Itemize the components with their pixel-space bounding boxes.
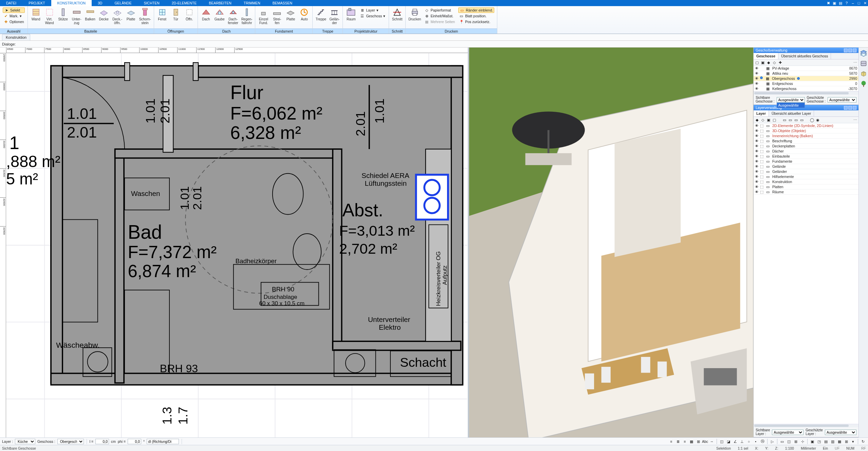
eye-icon[interactable]: 👁 xyxy=(755,124,759,128)
layer-row[interactable]: 👁⬚▭2D-Elemente (2D-Symbole, 2D-Linien) xyxy=(754,123,858,128)
layer-row[interactable]: 👁⬚▭Konstruktion xyxy=(754,179,858,184)
menu-tab-konstruktion[interactable]: KONSTRUKTION xyxy=(51,0,92,6)
menu-tab-3d[interactable]: 3D xyxy=(92,0,108,6)
view-side-icon[interactable]: ▥ xyxy=(830,438,836,445)
lock-icon[interactable]: ⬚ xyxy=(760,129,764,133)
tb-icon[interactable]: ▭ xyxy=(788,118,793,122)
split-v-icon[interactable]: ◫ xyxy=(786,438,792,445)
eye-icon[interactable]: 👁 xyxy=(755,185,759,189)
align-right-icon[interactable]: ≡ xyxy=(682,438,688,445)
virt-wand-button[interactable]: Virt. Wand xyxy=(43,7,56,25)
view-persp-icon[interactable]: ▦ xyxy=(836,438,843,445)
view-top-icon[interactable]: ▣ xyxy=(809,438,815,445)
layer-row[interactable]: 👁⬚▭Hilfselemente xyxy=(754,174,858,179)
menu-tab-trimmen[interactable]: TRIMMEN xyxy=(238,0,266,6)
layer-row[interactable]: 👁⬚▭Einbauteile xyxy=(754,154,858,159)
lock-icon[interactable]: ⬚ xyxy=(760,159,764,163)
phi-input[interactable] xyxy=(128,439,141,444)
help-icon[interactable]: ? xyxy=(844,0,850,6)
window-icon[interactable]: ▭ xyxy=(779,438,785,445)
hatch2-icon[interactable]: ◪ xyxy=(725,438,732,445)
eye-icon[interactable]: 👁 xyxy=(755,159,759,163)
treppe-button[interactable]: Treppe xyxy=(314,7,328,22)
view-iso-icon[interactable]: ◳ xyxy=(816,438,822,445)
deckoeffn-button[interactable]: Deck.- öffn. xyxy=(111,7,124,25)
maximize-icon[interactable]: □ xyxy=(856,0,862,6)
papierformat-button[interactable]: ◇Papierformat xyxy=(424,7,456,13)
tree-icon[interactable] xyxy=(860,80,867,88)
eye-icon[interactable]: 👁 xyxy=(755,180,759,184)
layer-row[interactable]: 👁⬚▭Räume xyxy=(754,190,858,195)
triangle-icon[interactable]: ▷ xyxy=(769,438,775,445)
eye-icon[interactable]: 👁 xyxy=(755,66,759,70)
tb-icon[interactable]: ◇ xyxy=(760,118,765,122)
mehrere-seiten-button[interactable]: ▦Mehrere Seiten xyxy=(424,19,456,24)
eye-icon[interactable]: 👁 xyxy=(755,164,759,168)
eye-icon[interactable]: 👁 xyxy=(755,87,759,91)
furniture-icon[interactable] xyxy=(860,60,867,67)
menu-tab-bearbeiten[interactable]: BEARBEITEN xyxy=(203,0,238,6)
window-icon[interactable]: ▤ xyxy=(837,0,844,6)
geschuetzte-geschosse-select[interactable]: Ausgewählte xyxy=(828,97,856,103)
oeffn-button[interactable]: Öffn. xyxy=(183,7,196,22)
align-left-icon[interactable]: ≡ xyxy=(668,438,674,445)
gelaender-button[interactable]: Gelän- der xyxy=(328,7,341,25)
menu-tab-2d-elemente[interactable]: 2D-ELEMENTE xyxy=(166,0,203,6)
dachfenster-button[interactable]: Dach- fenster xyxy=(226,7,240,25)
eye-icon[interactable]: 👁 xyxy=(755,139,759,143)
stuetze-button[interactable]: Stütze xyxy=(56,7,70,22)
lock-icon[interactable]: ⬚ xyxy=(760,154,764,158)
lock-icon[interactable]: ⬚ xyxy=(760,149,764,153)
geschoss-row[interactable]: 👁▦PV-Anlage8670 xyxy=(754,66,858,71)
lock-icon[interactable]: ⬚ xyxy=(760,164,764,168)
perp-icon[interactable]: ⊥ xyxy=(739,438,745,445)
lock-icon[interactable]: ⬚ xyxy=(760,169,764,174)
pane-btn[interactable] xyxy=(853,49,856,52)
eye-icon[interactable]: 👁 xyxy=(755,149,759,153)
unterzug-button[interactable]: Unter- zug xyxy=(70,7,84,25)
platte2-button[interactable]: Platte xyxy=(284,7,297,22)
einzel-button[interactable]: Einzel Fund. xyxy=(257,7,270,25)
layer-row[interactable]: 👁⬚▭Fundamente xyxy=(754,159,858,164)
circle-icon[interactable]: ○ xyxy=(746,438,752,445)
tb-icon[interactable]: ▭ xyxy=(799,118,804,122)
raender-einblenden-button[interactable]: ▭Ränder einblend. xyxy=(458,7,494,13)
layer-row[interactable]: 👁⬚▭Deckenplatten xyxy=(754,144,858,149)
layer-button[interactable]: ≣Layer ▾ xyxy=(359,7,386,13)
view-2d[interactable]: 6500700075008000850090009500100001050011… xyxy=(0,48,469,437)
layers-icon[interactable] xyxy=(860,50,867,57)
lock-icon[interactable]: ⬚ xyxy=(760,134,764,138)
geschuetzte-layer-select[interactable]: Ausgewählte xyxy=(825,430,856,435)
tb-icon[interactable]: ◆ xyxy=(766,60,771,65)
wand-button[interactable]: Wand xyxy=(29,7,43,22)
layer-row[interactable]: 👁⬚▭Dächer xyxy=(754,149,858,154)
menu-tab-projekt[interactable]: PROJEKT xyxy=(22,0,51,6)
layer-tab-overview[interactable]: Übersicht aktueller Layer xyxy=(769,110,814,116)
ortho-icon[interactable]: ⊹ xyxy=(799,438,806,445)
geschoss-select[interactable]: Obergescho xyxy=(57,439,84,444)
eye-icon[interactable]: 👁 xyxy=(755,76,759,80)
tool-icon[interactable]: ✖ xyxy=(825,0,831,6)
eye-icon[interactable]: 👁 xyxy=(755,129,759,133)
geschoss-row[interactable]: 👁▦Erdgeschoss0 xyxy=(754,81,858,86)
auto-button[interactable]: Auto xyxy=(297,7,311,22)
view-front-icon[interactable]: ▤ xyxy=(823,438,829,445)
scrollbar-h[interactable] xyxy=(754,91,858,95)
dach-button[interactable]: Dach xyxy=(199,7,213,22)
tb-icon[interactable]: ▣ xyxy=(760,60,765,65)
pane-btn[interactable] xyxy=(848,106,852,110)
eye-icon[interactable]: 👁 xyxy=(755,82,759,86)
layer-row[interactable]: 👁⬚▭3D-Objekte (Objekte) xyxy=(754,128,858,133)
layer-list[interactable]: 👁⬚▭2D-Elemente (2D-Symbole, 2D-Linien)👁⬚… xyxy=(754,123,858,424)
blatt-position-button[interactable]: ▭Blatt position. xyxy=(458,13,494,19)
layer-row[interactable]: 👁⬚▭Beschriftung xyxy=(754,139,858,144)
eye-icon[interactable]: 👁 xyxy=(755,154,759,158)
geschoss-button[interactable]: ☰Geschoss ▾ xyxy=(359,13,386,19)
lock-icon[interactable]: ⬚ xyxy=(760,139,764,143)
pane-btn[interactable] xyxy=(844,49,848,52)
layer-select[interactable]: Küche xyxy=(15,439,35,444)
tb-icon[interactable]: ▭ xyxy=(794,118,798,122)
chevron-down-icon[interactable]: ▾ xyxy=(850,438,856,445)
tuer-button[interactable]: Tür xyxy=(169,7,183,22)
split-4-icon[interactable]: ⊞ xyxy=(793,438,799,445)
